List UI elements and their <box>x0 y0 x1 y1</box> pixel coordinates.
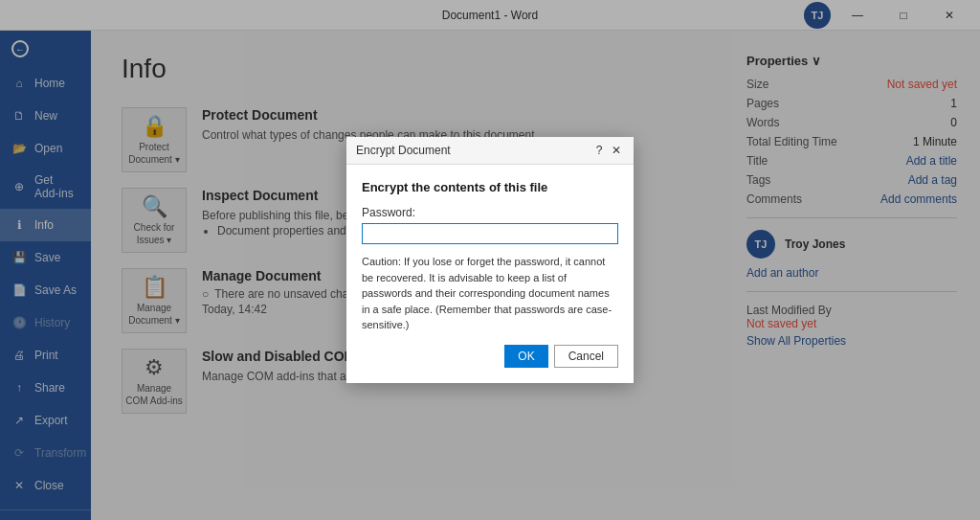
modal-ok-button[interactable]: OK <box>504 345 547 368</box>
modal-header: Encrypt the contents of this file <box>362 180 618 194</box>
modal-footer: OK Cancel <box>362 345 618 368</box>
modal-controls: ? ✕ <box>591 143 624 158</box>
modal-cancel-button[interactable]: Cancel <box>554 345 618 368</box>
modal-close-button[interactable]: ✕ <box>609 143 624 158</box>
modal-titlebar: Encrypt Document ? ✕ <box>346 137 634 165</box>
encrypt-document-modal: Encrypt Document ? ✕ Encrypt the content… <box>346 137 634 383</box>
modal-help-button[interactable]: ? <box>591 143 607 158</box>
modal-overlay: Encrypt Document ? ✕ Encrypt the content… <box>0 0 980 520</box>
modal-password-label: Password: <box>362 206 618 219</box>
modal-body: Encrypt the contents of this file Passwo… <box>346 165 634 383</box>
modal-password-input[interactable] <box>362 223 618 244</box>
modal-title: Encrypt Document <box>356 144 451 157</box>
modal-warning-text: Caution: If you lose or forget the passw… <box>362 254 618 333</box>
